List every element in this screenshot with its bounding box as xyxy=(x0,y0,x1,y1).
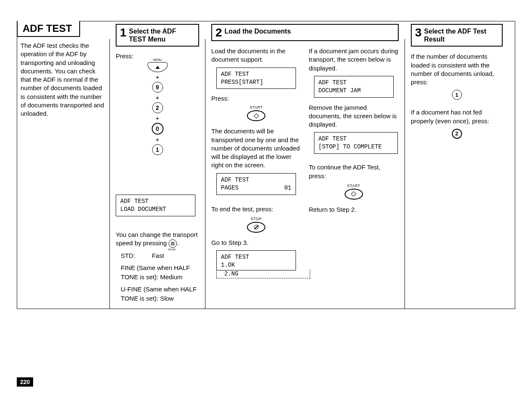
lcd-display: ADF TEST LOAD DOCUMENT xyxy=(116,195,195,216)
plus-icon: + xyxy=(156,74,159,80)
jam-text: If a document jam occurs during transpor… xyxy=(309,47,399,73)
remove-jam-text: Remove the jammed documents, the screen … xyxy=(309,104,399,129)
mode-button-icon xyxy=(169,239,177,248)
key-9-icon: 9 xyxy=(152,82,163,93)
key-1-icon: 1 xyxy=(152,144,163,155)
goto-step3: Go to Step 3. xyxy=(211,239,301,247)
lcd-display: ADF TEST [STOP] TO COMPLETE xyxy=(314,132,398,154)
continue-text: To continue the ADF Test, press: xyxy=(309,163,399,180)
key-2-icon: 2 xyxy=(152,102,163,113)
lcd-display: ADF TEST 1.OK xyxy=(216,250,296,270)
start-button-icon: START xyxy=(309,184,399,200)
stop-button-icon: STOP xyxy=(211,217,301,233)
speed-intro: You can change the transport speed by pr… xyxy=(116,231,199,248)
step2-title: Load the Documents xyxy=(225,27,291,35)
press-label: Press: xyxy=(211,95,301,102)
step2-transport-text: The documents will be transported one by… xyxy=(211,127,301,169)
step2-number: 2 xyxy=(215,27,222,38)
page-number: 220 xyxy=(17,377,33,387)
start-button-icon: START xyxy=(211,105,301,121)
key-0-icon: 0 xyxy=(152,123,163,135)
step2-load-text: Load the documents in the document suppo… xyxy=(211,47,301,64)
step3-number: 3 xyxy=(415,27,422,38)
lcd-display: ADF TEST PAGES01 xyxy=(216,173,296,195)
return-step2: Return to Step 2. xyxy=(309,205,399,214)
key-sequence: + 9 + 2 + 0 + 1 xyxy=(116,62,199,155)
plus-icon: + xyxy=(156,94,159,101)
speed-list: STD:Fast FINE (Same when HALF TONE is se… xyxy=(116,251,199,304)
intro-text: The ADF test checks the operation of the… xyxy=(21,42,105,118)
section-title: ADF TEST xyxy=(17,21,80,37)
step3-title: Select the ADF Test Result xyxy=(424,27,498,43)
step3-ng-text: If a document has not fed properly (even… xyxy=(411,108,503,125)
step3-ok-text: If the number of documents loaded is con… xyxy=(411,52,503,86)
step2-end-text: To end the test, press: xyxy=(211,205,301,213)
lcd-display: ADF TEST PRESS[START] xyxy=(216,68,296,89)
lcd-option-ng: 2.NG xyxy=(216,270,310,278)
step1-title: Select the ADF TEST Menu xyxy=(129,27,195,43)
plus-icon: + xyxy=(156,115,159,121)
step1-header: 1 Select the ADF TEST Menu xyxy=(116,24,199,47)
key-1-icon: 1 xyxy=(452,90,462,100)
key-2-icon: 2 xyxy=(452,129,462,139)
step3-header: 3 Select the ADF Test Result xyxy=(411,24,503,47)
step2-header: 2 Load the Documents xyxy=(211,24,399,41)
lcd-display: ADF TEST DOCUMENT JAM xyxy=(314,76,394,98)
plus-icon: + xyxy=(156,136,159,143)
step1-number: 1 xyxy=(120,27,127,38)
menu-button-icon xyxy=(148,62,168,72)
